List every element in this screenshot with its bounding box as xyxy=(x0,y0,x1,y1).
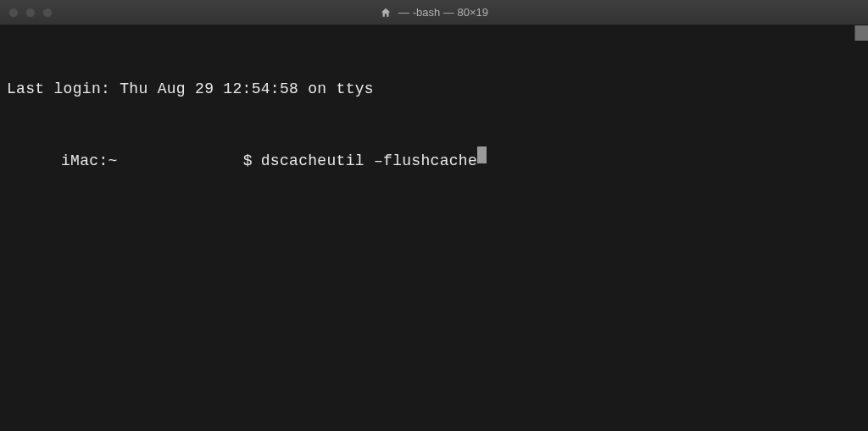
window-title: — -bash — 80×19 xyxy=(398,6,488,19)
last-login-line: Last login: Thu Aug 29 12:54:58 on ttys xyxy=(7,78,861,102)
cursor xyxy=(477,146,487,163)
window-titlebar: — -bash — 80×19 xyxy=(0,0,868,25)
terminal-body[interactable]: Last login: Thu Aug 29 12:54:58 on ttys … xyxy=(0,25,868,431)
minimize-button[interactable] xyxy=(25,8,36,18)
titlebar-center: — -bash — 80×19 xyxy=(380,6,488,19)
command-text: dscacheutil –flushcache xyxy=(253,150,477,174)
prompt-sign: $ xyxy=(118,150,253,174)
scrollbar-thumb[interactable] xyxy=(854,25,868,41)
home-icon xyxy=(380,7,392,19)
zoom-button[interactable] xyxy=(42,8,53,18)
prompt-line: iMac:~$dscacheutil –flushcache xyxy=(7,148,861,174)
close-button[interactable] xyxy=(8,8,19,18)
prompt-host: iMac:~ xyxy=(7,150,118,174)
traffic-lights xyxy=(8,8,53,18)
